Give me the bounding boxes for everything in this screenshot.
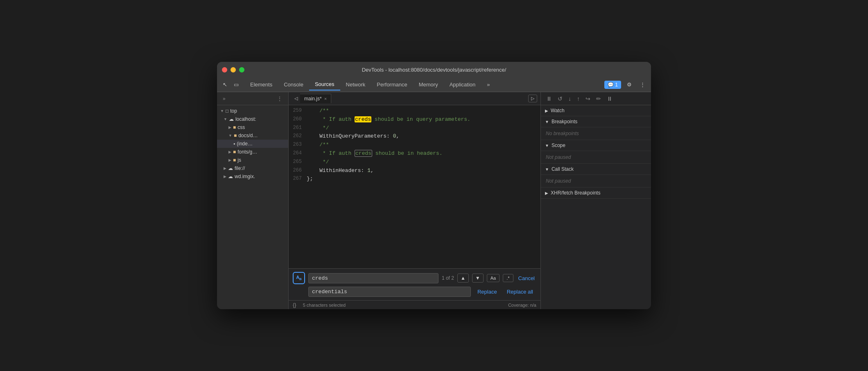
code-line-264: 264 * If auth creds should be in headers… — [289, 149, 540, 158]
devtools-window: DevTools - localhost:8080/docs/devtools/… — [217, 62, 651, 309]
chevron-down-icon: ▼ — [545, 120, 549, 124]
scope-section-content: Not paused — [541, 151, 651, 164]
file-icon: ▪ — [233, 141, 235, 147]
editor-collapse-button[interactable]: ◁ — [292, 94, 300, 103]
main-toolbar: ↖ ▭ Elements Console Sources Network Per… — [217, 77, 651, 92]
inspect-element-button[interactable]: ↖ — [220, 80, 230, 89]
tree-item-localhost[interactable]: ▼ ☁ localhost: — [217, 115, 288, 123]
chevron-right-icon: ▶ — [545, 191, 548, 195]
tab-sources[interactable]: Sources — [309, 79, 340, 90]
step-into-button[interactable]: ↓ — [566, 94, 573, 103]
debug-toolbar: ⏸ ↺ ↓ ↑ ↪ ✏ ⏸ — [541, 92, 651, 105]
main-tabs: Elements Console Sources Network Perform… — [244, 79, 496, 90]
chevron-down-icon: ▼ — [220, 109, 224, 113]
tree-item-js[interactable]: ▶ ■ js — [217, 156, 288, 164]
left-panel-more-button[interactable]: ⋮ — [274, 94, 285, 104]
editor-tabs: ◁ main.js* × ▷ — [289, 92, 540, 105]
tree-item-wd[interactable]: ▶ ☁ wd.imgix. — [217, 172, 288, 181]
search-match-count: 1 of 2 — [442, 275, 454, 281]
tab-performance[interactable]: Performance — [371, 79, 413, 90]
chars-selected-label: 5 characters selected — [303, 303, 346, 308]
tree-item-css[interactable]: ▶ ■ css — [217, 123, 288, 131]
deactivate-breakpoints-button[interactable]: ✏ — [594, 94, 603, 103]
close-button[interactable] — [222, 67, 227, 72]
search-input[interactable] — [308, 273, 439, 283]
notification-badge-button[interactable]: 💬 1 — [604, 81, 621, 89]
left-panel: » ⋮ ▼ □ top ▼ ☁ localhost: ▶ ■ css — [217, 92, 289, 309]
titlebar: DevTools - localhost:8080/docs/devtools/… — [217, 62, 651, 77]
window-title: DevTools - localhost:8080/docs/devtools/… — [362, 67, 506, 73]
scope-not-paused-text: Not paused — [546, 154, 571, 160]
chevron-right-icon: ▶ — [224, 166, 226, 170]
more-options-button[interactable]: ⋮ — [637, 80, 648, 89]
xhr-section-label: XHR/fetch Breakpoints — [551, 190, 600, 196]
fullscreen-button[interactable] — [239, 67, 244, 72]
chevron-right-icon: ▶ — [545, 109, 548, 113]
expand-left-panel-button[interactable]: » — [220, 94, 228, 103]
file-tree: ▼ □ top ▼ ☁ localhost: ▶ ■ css ▼ ■ d — [217, 105, 288, 309]
tree-item-docs[interactable]: ▼ ■ docs/d… — [217, 131, 288, 140]
tab-application[interactable]: Application — [444, 79, 481, 90]
tab-console[interactable]: Console — [278, 79, 309, 90]
tab-memory[interactable]: Memory — [413, 79, 444, 90]
code-line-259: 259 /** — [289, 107, 540, 115]
cloud-icon: ☁ — [228, 174, 233, 179]
callstack-section-header[interactable]: ▼ Call Stack — [541, 164, 651, 175]
watch-section-header[interactable]: ▶ Watch — [541, 105, 651, 116]
search-cancel-button[interactable]: Cancel — [517, 275, 536, 281]
folder-icon: ■ — [233, 149, 236, 155]
traffic-lights — [222, 67, 244, 72]
match-case-button[interactable]: Aa — [487, 274, 500, 282]
step-out-button[interactable]: ↑ — [575, 94, 582, 103]
scope-section-header[interactable]: ▼ Scope — [541, 140, 651, 151]
device-toolbar-button[interactable]: ▭ — [231, 80, 241, 89]
find-replace-icon: AB — [296, 275, 302, 281]
xhr-section-header[interactable]: ▶ XHR/fetch Breakpoints — [541, 188, 651, 199]
step-button[interactable]: ↪ — [583, 94, 592, 103]
editor-tab-label: main.js* — [304, 96, 322, 102]
chevron-right-icon: ▶ — [228, 150, 231, 154]
tab-network[interactable]: Network — [340, 79, 371, 90]
editor-tab-main[interactable]: main.js* × — [300, 94, 331, 103]
settings-button[interactable]: ⚙ — [624, 80, 634, 89]
folder-icon: ■ — [233, 124, 236, 130]
editor-run-button[interactable]: ▷ — [528, 95, 537, 102]
replace-input[interactable] — [308, 287, 471, 297]
tree-item-fonts[interactable]: ▶ ■ fonts/g… — [217, 148, 288, 156]
tab-elements[interactable]: Elements — [244, 79, 278, 90]
tree-item-file[interactable]: ▶ ☁ file:// — [217, 164, 288, 172]
replace-row: Replace Replace all — [293, 287, 536, 297]
status-bar: {} 5 characters selected Coverage: n/a — [289, 300, 540, 309]
no-breakpoints-text: No breakpoints — [546, 131, 579, 136]
search-next-button[interactable]: ▼ — [472, 274, 484, 283]
tree-item-index[interactable]: ▪ (inde… — [217, 140, 288, 148]
folder-icon: ■ — [234, 133, 237, 138]
replace-button[interactable]: Replace — [474, 289, 500, 295]
pause-on-exceptions-button[interactable]: ⏸ — [605, 94, 615, 103]
find-replace-toggle-button[interactable]: AB — [293, 272, 305, 284]
minimize-button[interactable] — [231, 67, 236, 72]
replace-all-button[interactable]: Replace all — [504, 289, 536, 295]
breakpoints-section-label: Breakpoints — [552, 119, 577, 124]
breakpoints-section-header[interactable]: ▼ Breakpoints — [541, 116, 651, 127]
code-line-266: 266 WithinHeaders: 1, — [289, 167, 540, 175]
code-line-265: 265 */ — [289, 158, 540, 167]
pause-resume-button[interactable]: ⏸ — [544, 94, 554, 103]
breakpoints-section-content: No breakpoints — [541, 127, 651, 140]
callstack-section-content: Not paused — [541, 175, 651, 188]
search-prev-button[interactable]: ▲ — [457, 274, 469, 283]
watch-section-label: Watch — [551, 108, 565, 113]
search-match-highlight: creds — [355, 116, 371, 122]
editor-tab-close-icon[interactable]: × — [324, 96, 327, 101]
step-over-button[interactable]: ↺ — [556, 94, 565, 103]
middle-panel: ◁ main.js* × ▷ 259 /** 260 * If auth cre… — [289, 92, 540, 309]
code-line-261: 261 */ — [289, 124, 540, 133]
tree-item-top[interactable]: ▼ □ top — [217, 107, 288, 115]
chevron-down-icon: ▼ — [224, 117, 227, 121]
use-regex-button[interactable]: .* — [503, 274, 513, 282]
devtools-body: » ⋮ ▼ □ top ▼ ☁ localhost: ▶ ■ css — [217, 92, 651, 309]
callstack-not-paused-text: Not paused — [546, 178, 571, 184]
callstack-section-label: Call Stack — [552, 166, 574, 172]
code-editor[interactable]: 259 /** 260 * If auth creds should be in… — [289, 105, 540, 268]
tab-more[interactable]: » — [481, 79, 495, 90]
